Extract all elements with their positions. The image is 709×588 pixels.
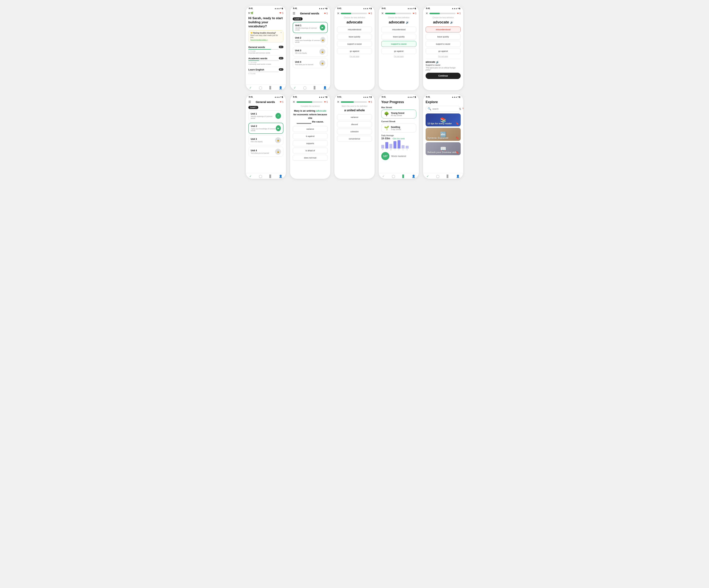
- unit-card[interactable]: Unit 3 Fill in the blanks 🔒: [293, 47, 328, 57]
- quiz-option[interactable]: misunderstood: [426, 27, 461, 32]
- unit-card[interactable]: Unit 3 Fill in the blanks 🔒: [248, 135, 283, 145]
- bookmark-icon[interactable]: 🔖: [462, 107, 463, 110]
- nav-profile[interactable]: 👤: [323, 86, 327, 89]
- unit-action-btn[interactable]: 🔒: [275, 149, 281, 155]
- filter-icons: ⇅ 🔖: [459, 107, 463, 110]
- unit-action-btn[interactable]: ▶: [276, 125, 281, 131]
- unit-card[interactable]: Unit 2 Apply your knowledge of common wo…: [293, 34, 328, 45]
- match-option[interactable]: cohesion: [337, 129, 372, 135]
- bar-day: S: [405, 146, 409, 150]
- wifi-icon: ▾: [281, 96, 281, 98]
- menu-icon[interactable]: ☰: [293, 11, 295, 15]
- course-item[interactable]: General words 6 / 8 units Essential and …: [248, 44, 283, 56]
- close-button[interactable]: ✕: [337, 100, 339, 104]
- sentence-option[interactable]: does not trust: [293, 155, 328, 161]
- quiz-option[interactable]: go against: [337, 48, 372, 54]
- close-button[interactable]: ✕: [381, 11, 384, 15]
- article-bookmark[interactable]: 🔖: [456, 136, 459, 139]
- bar-fill: [401, 145, 404, 148]
- unit-action-btn[interactable]: ✓: [275, 113, 281, 119]
- skip-button[interactable]: I'm not sure: [337, 55, 372, 57]
- nav-home[interactable]: ✓: [249, 86, 252, 89]
- unit-card[interactable]: Unit 4 Test what you've learned 🔒: [248, 147, 283, 157]
- sentence-option[interactable]: supports: [293, 140, 328, 146]
- nav-stats[interactable]: ▊: [269, 86, 271, 89]
- unit-info: Unit 4 Test what you've learned: [251, 149, 269, 154]
- nav-discover[interactable]: ◯: [392, 174, 395, 178]
- nav-home[interactable]: ✓: [249, 174, 252, 178]
- sort-icon[interactable]: ⇅: [459, 107, 461, 110]
- unit-action-btn[interactable]: 🔒: [320, 37, 325, 43]
- quiz-option[interactable]: leave quickly: [426, 34, 461, 40]
- article-card[interactable]: 🔤 Dyslexia: Explained 🔖: [426, 128, 461, 141]
- match-option[interactable]: convenience: [337, 136, 372, 142]
- skip-button[interactable]: I'm not sure: [426, 55, 461, 57]
- menu-icon[interactable]: ☰: [248, 100, 251, 104]
- nav-home[interactable]: ✓: [426, 174, 429, 178]
- unit-card[interactable]: Unit 4 Test what you've learned 🔒: [293, 58, 328, 68]
- article-bookmark[interactable]: 🔖: [456, 122, 459, 125]
- quiz-option[interactable]: leave quickly: [381, 34, 416, 40]
- unit-card[interactable]: Unit 1 Identify meanings of common words…: [248, 111, 283, 121]
- search-input[interactable]: [432, 108, 458, 110]
- unit-action-btn[interactable]: ▶: [320, 25, 325, 30]
- article-card[interactable]: 📖 Refresh your Grammar skills 🔖: [426, 142, 461, 155]
- close-button[interactable]: ✕: [293, 100, 295, 104]
- sentence-option[interactable]: variance: [293, 126, 328, 132]
- quiz-option[interactable]: misunderstood: [337, 27, 372, 32]
- quiz-option[interactable]: support a cause: [337, 41, 372, 47]
- close-notification[interactable]: ✕: [280, 32, 282, 34]
- sentence-option[interactable]: is against: [293, 133, 328, 139]
- quiz-option[interactable]: support a cause: [426, 41, 461, 47]
- sentence-option[interactable]: is afraid of: [293, 148, 328, 153]
- nav-profile[interactable]: 👤: [456, 174, 460, 178]
- nav-home[interactable]: ✓: [382, 174, 385, 178]
- unit-info: Unit 2 Apply your knowledge of common wo…: [295, 36, 320, 43]
- definition-section: advocate 🔊 Support a cause "Phil advocat…: [426, 59, 461, 71]
- notification-link[interactable]: Recommended slides >: [251, 39, 281, 41]
- nav-profile[interactable]: 👤: [279, 174, 283, 178]
- unit-card[interactable]: Unit 2 Apply your knowledge of common wo…: [248, 123, 283, 134]
- quiz-option[interactable]: go against: [381, 48, 416, 54]
- close-button[interactable]: ✕: [426, 11, 428, 15]
- match-option[interactable]: variance: [337, 114, 372, 120]
- quiz-option[interactable]: support a cause: [381, 41, 416, 47]
- article-card[interactable]: 📚 12 tips for every reader 🔖: [426, 113, 461, 127]
- match-option[interactable]: discord: [337, 121, 372, 127]
- quiz-option[interactable]: misunderstood: [381, 27, 416, 32]
- article-bookmark[interactable]: 🔖: [456, 151, 459, 154]
- sound-icon[interactable]: 🔊: [450, 21, 453, 24]
- phone-quiz1: 9:41 ▲▲▲ ▾ ▮ ✕ ❤ 5 Choose the best defin…: [334, 5, 375, 90]
- bar-day: S: [401, 145, 404, 150]
- sound-icon[interactable]: 🔊: [406, 21, 409, 24]
- nav-profile[interactable]: 👤: [412, 174, 415, 178]
- sentence-text: Mary is an untiring advocate for economi…: [293, 109, 328, 124]
- nav-discover[interactable]: ◯: [259, 174, 262, 178]
- continue-button[interactable]: Continue: [426, 73, 461, 79]
- unit-action-btn[interactable]: 🔒: [275, 137, 281, 143]
- close-button[interactable]: ✕: [337, 11, 339, 15]
- unit-action-btn[interactable]: 🔒: [319, 60, 325, 66]
- bar-label: W: [390, 149, 392, 150]
- nav-home[interactable]: ✓: [294, 86, 296, 89]
- unit-card[interactable]: Unit 1 Identify meanings of common words…: [293, 22, 328, 33]
- nav-stats[interactable]: ▊: [269, 174, 271, 178]
- nav-stats[interactable]: ▊: [447, 174, 449, 178]
- bar-fill: [389, 144, 392, 148]
- course-item[interactable]: Learn English 0 / 9 units M 1: [248, 67, 283, 76]
- search-bar[interactable]: 🔍 ⇅ 🔖: [426, 106, 461, 112]
- nav-discover[interactable]: ◯: [436, 174, 440, 178]
- nav-stats[interactable]: ▊: [314, 86, 316, 89]
- quiz-option[interactable]: go against: [426, 48, 461, 54]
- course-item[interactable]: Academic words 5 / 14 units Commonly use…: [248, 56, 283, 67]
- nav-stats[interactable]: ▊: [402, 174, 404, 178]
- quiz-example: "Phil advocates for an ethical foreign p…: [426, 67, 461, 71]
- unit-action-btn[interactable]: 🔒: [319, 49, 325, 55]
- nav-discover[interactable]: ◯: [303, 86, 307, 89]
- quiz-option[interactable]: leave quickly: [337, 34, 372, 40]
- course-name: Academic words: [248, 57, 279, 60]
- skip-button[interactable]: I'm not sure: [381, 55, 416, 57]
- nav-profile[interactable]: 👤: [279, 86, 283, 89]
- nav-discover[interactable]: ◯: [259, 86, 262, 89]
- sound-icon-2[interactable]: 🔊: [436, 60, 439, 63]
